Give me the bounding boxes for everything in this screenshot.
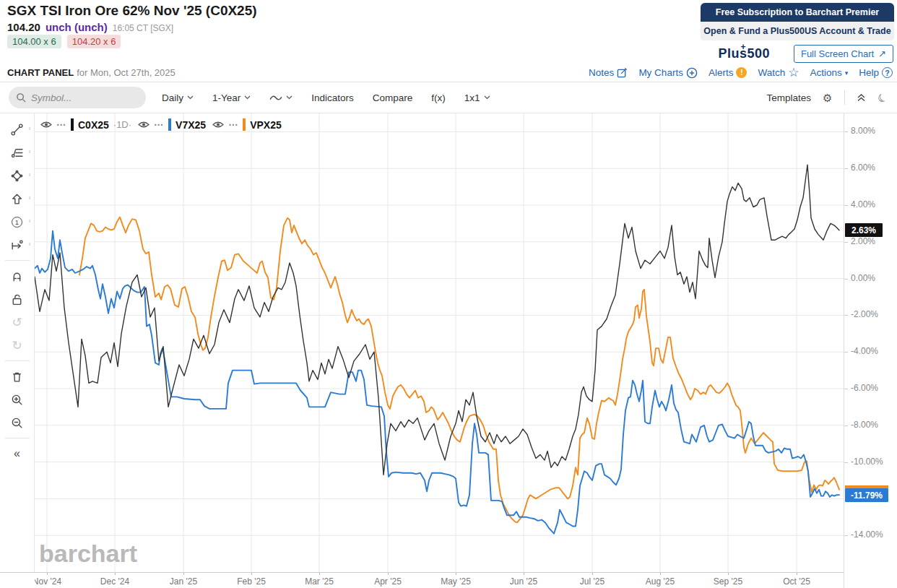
templates-label: Templates — [767, 92, 812, 103]
external-arrow-icon: ↗ — [878, 48, 886, 59]
y-axis-label: -2.00% — [851, 309, 878, 319]
chevron-right-icon: › — [28, 147, 30, 155]
legend-item-vpx25: ⋯ VPX25 — [212, 118, 282, 131]
indicators-label: Indicators — [311, 92, 354, 103]
fibonacci-tool[interactable]: › — [3, 141, 32, 164]
y-axis-label: 6.00% — [851, 163, 875, 173]
grid-layout-dropdown[interactable]: 1x1 — [464, 92, 490, 103]
quote-time: 16:05 CT [SGX] — [113, 23, 174, 33]
x-axis-label: Oct '25 — [783, 576, 810, 587]
series-color-bar — [168, 118, 171, 131]
alert-badge-icon: ! — [736, 67, 747, 78]
zoom-in-button[interactable] — [3, 388, 32, 411]
caret-down-icon: ▾ — [845, 69, 849, 77]
y-axis-label: 0.00% — [851, 273, 875, 283]
x-axis-label: Aug '25 — [646, 576, 675, 587]
redo-button[interactable]: ↻ — [3, 334, 32, 357]
chevron-down-icon — [244, 95, 251, 100]
compare-label: Compare — [373, 92, 413, 103]
x-axis-label: Feb '25 — [237, 576, 266, 587]
visibility-eye-icon[interactable] — [212, 121, 224, 129]
frequency-dropdown[interactable]: Daily — [162, 92, 194, 103]
magnet-snap-tool[interactable] — [3, 264, 32, 287]
y-axis[interactable]: 8.00%6.00%4.00%2.00%0.00%-2.00%-4.00%-6.… — [844, 113, 897, 588]
x-axis-label: Sep '25 — [714, 576, 742, 587]
zoom-out-button[interactable] — [3, 411, 32, 434]
barchart-watermark: barchart — [39, 540, 137, 568]
y-axis-tick — [844, 535, 848, 536]
series-symbol[interactable]: VPX25 — [250, 119, 282, 131]
chevron-down-icon — [187, 95, 194, 100]
series-menu-icon[interactable]: ⋯ — [228, 119, 238, 130]
series-menu-icon[interactable]: ⋯ — [56, 119, 66, 130]
x-axis: Nov '24Dec '24Jan '25Feb '25Mar '25Apr '… — [35, 572, 844, 588]
help-label: Help — [859, 67, 879, 78]
actions-link[interactable]: Actions ▾ — [810, 67, 848, 78]
notes-label: Notes — [589, 67, 614, 78]
quote-row: 104.20 unch (unch) 16:05 CT [SGX] — [7, 21, 173, 33]
fx-button[interactable]: f(x) — [431, 92, 446, 103]
symbol-search-input[interactable] — [31, 92, 136, 103]
y-axis-label: -4.00% — [851, 346, 878, 356]
y-axis-label: -8.00% — [851, 420, 878, 430]
alerts-link[interactable]: Alerts ! — [708, 67, 748, 78]
y-axis-tick — [844, 168, 848, 169]
full-screen-chart-button[interactable]: Full Screen Chart ↗ — [794, 45, 893, 63]
premier-promo-banner[interactable]: Free Subscription to Barchart Premier — [701, 3, 894, 22]
chart-type-dropdown[interactable] — [269, 94, 292, 102]
templates-button[interactable]: Templates — [767, 92, 812, 103]
trend-line-tool[interactable]: › — [3, 118, 32, 141]
undo-icon: ↺ — [12, 315, 22, 330]
grid-layout-label: 1x1 — [464, 92, 480, 103]
x-axis-label: May '25 — [441, 576, 471, 587]
y-axis-tick — [844, 242, 848, 243]
x-axis-label: Jul '25 — [580, 576, 604, 587]
collapse-sidebar-button[interactable]: « — [3, 442, 32, 465]
range-label: 1-Year — [212, 92, 240, 103]
series-menu-icon[interactable]: ⋯ — [154, 119, 164, 130]
chart-canvas[interactable] — [35, 113, 844, 572]
unlock-drawings-tool[interactable] — [3, 287, 32, 311]
last-price: 104.20 — [7, 21, 40, 33]
series-symbol[interactable]: V7X25 — [176, 119, 206, 131]
undo-button[interactable]: ↺ — [3, 311, 32, 334]
gear-icon[interactable]: ⚙ — [823, 92, 832, 103]
series-legend: ⋯ C0X25 ·1D· ⋯ V7X25 ⋯ VPX25 — [40, 118, 282, 131]
measure-tool[interactable]: › — [3, 233, 32, 256]
help-link[interactable]: Help ? — [859, 67, 893, 78]
visibility-eye-icon[interactable] — [138, 121, 150, 129]
compare-button[interactable]: Compare — [373, 92, 413, 103]
bid-quote: 104.00 x 6 — [7, 35, 61, 48]
page-header: SGX TSI Iron Ore 62% Nov '25 (C0X25) 104… — [0, 0, 897, 82]
y-axis-label: -6.00% — [851, 383, 878, 393]
barchart-chart-panel-page: SGX TSI Iron Ore 62% Nov '25 (C0X25) 104… — [0, 0, 897, 588]
plus500-promo-banner[interactable]: Open & Fund a Plus500US Account & Trade — [701, 22, 894, 40]
last-value-badge-v7x25: -11.79% — [845, 488, 888, 502]
shapes-tool[interactable]: › — [3, 164, 32, 187]
series-symbol[interactable]: C0X25 — [78, 119, 109, 131]
last-value-badge-c0x25: 2.63% — [845, 223, 883, 237]
my-charts-link[interactable]: My Charts — [638, 67, 698, 79]
price-plot[interactable]: ⋯ C0X25 ·1D· ⋯ V7X25 ⋯ VPX25 — [35, 113, 844, 588]
arrow-annotation-tool[interactable]: › — [3, 187, 32, 210]
toolbar-menu: Daily 1-Year Indicators Compare f(x) 1x1 — [162, 92, 490, 103]
watch-link[interactable]: Watch ☆ — [758, 66, 799, 79]
range-dropdown[interactable]: 1-Year — [212, 92, 251, 103]
y-axis-tick — [844, 352, 848, 353]
chart-panel-date: for Mon, Oct 27th, 2025 — [77, 67, 176, 78]
notes-link[interactable]: Notes — [589, 67, 628, 78]
dark-mode-moon-icon[interactable]: ☾ — [875, 90, 889, 104]
visibility-eye-icon[interactable] — [40, 121, 52, 129]
y-axis-label: 4.00% — [851, 199, 875, 209]
collapse-toolbar-icon[interactable] — [857, 93, 866, 102]
chevron-right-icon: › — [28, 194, 30, 202]
ask-quote: 104.20 x 6 — [67, 35, 121, 48]
indicators-button[interactable]: Indicators — [311, 92, 354, 103]
actions-label: Actions — [810, 67, 841, 78]
delete-drawings-button[interactable] — [3, 365, 32, 388]
plus500-logo: Plus500+ — [718, 46, 770, 61]
symbol-search[interactable] — [9, 87, 146, 108]
x-axis-label: Nov '24 — [35, 576, 61, 587]
bid-ask-row: 104.00 x 6 104.20 x 6 — [7, 35, 121, 48]
number-annotation-tool[interactable]: 1› — [3, 210, 32, 233]
